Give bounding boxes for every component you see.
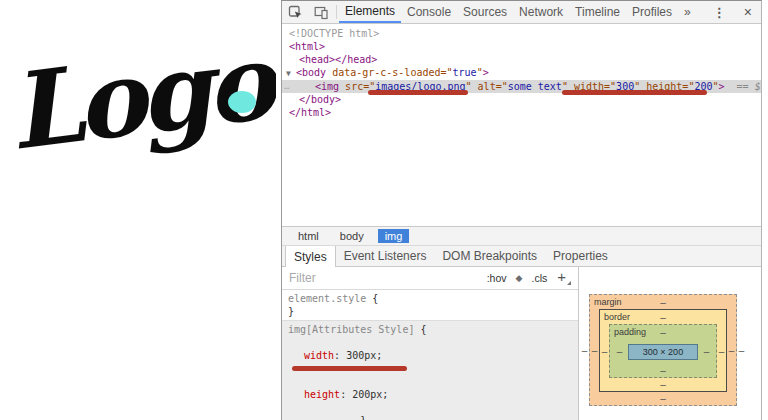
tab-console[interactable]: Console (401, 1, 457, 23)
element-classes-button[interactable]: .cls (531, 272, 547, 284)
screenshot-page: Logo Elements Console Sourc (0, 0, 768, 420)
margin-left-value[interactable]: – (590, 345, 599, 356)
filter-input[interactable] (289, 271, 478, 285)
red-underline-styles-annotation (292, 366, 407, 371)
code-line-head[interactable]: <head></head> (282, 53, 761, 66)
logo-image: Logo (8, 8, 276, 208)
margin-top-value[interactable]: – (660, 297, 666, 308)
border-label: border (600, 312, 660, 322)
gutter-ellipsis: … (284, 80, 290, 93)
kebab-menu-icon[interactable]: ⋮ (704, 1, 735, 23)
code-line-doctype[interactable]: <!DOCTYPE html> (282, 27, 761, 40)
close-icon[interactable]: × (735, 1, 761, 23)
position-right-value[interactable]: – (737, 345, 746, 356)
diamond-icon[interactable]: ◆ (516, 273, 523, 283)
css-property-width[interactable]: width: 300px; (288, 349, 574, 362)
padding-bottom-value[interactable]: – (610, 364, 716, 377)
tab-properties[interactable]: Properties (545, 246, 616, 266)
tab-styles[interactable]: Styles (285, 246, 336, 267)
devtools-toolbar: Elements Console Sources Network Timelin… (282, 1, 761, 24)
metrics-pane: – margin – – border – (579, 267, 761, 420)
elements-tree: <!DOCTYPE html> <html> <head></head> ▼<b… (282, 24, 761, 226)
padding-top-value[interactable]: – (660, 327, 666, 338)
toggle-element-state-button[interactable]: :hov (487, 272, 507, 284)
new-rule-dropdown-triangle-icon[interactable] (567, 281, 571, 285)
close-brace: } (288, 306, 294, 317)
position-left-value[interactable]: – (580, 345, 589, 356)
margin-bottom-value[interactable]: – (590, 392, 736, 405)
expand-arrow-icon[interactable]: ▼ (286, 67, 296, 80)
tab-dom-breakpoints[interactable]: DOM Breakpoints (434, 246, 545, 266)
code-line-html-open[interactable]: <html> (282, 40, 761, 53)
rule-selector[interactable]: img[Attributes Style] (288, 324, 414, 335)
box-model-content[interactable]: 300 × 200 (628, 344, 698, 360)
tab-event-listeners[interactable]: Event Listeners (336, 246, 435, 266)
breadcrumb-body[interactable]: body (333, 229, 371, 243)
padding-label: padding (610, 327, 660, 337)
sidebar-tab-bar: Styles Event Listeners DOM Breakpoints P… (282, 245, 761, 267)
toolbar-divider (336, 5, 337, 19)
devtools-window: Elements Console Sources Network Timelin… (281, 0, 762, 420)
tab-elements[interactable]: Elements (339, 1, 401, 23)
css-property-height[interactable]: height: 200px; (288, 388, 574, 401)
padding-right-value[interactable]: – (702, 346, 711, 357)
border-left-value[interactable]: – (600, 346, 609, 357)
open-brace: { (366, 293, 378, 304)
inspect-element-icon[interactable] (282, 1, 308, 23)
styles-split-pane: :hov ◆ .cls + element.style {} img[Attri… (282, 267, 761, 420)
tabs-overflow-chevron-icon[interactable]: » (678, 1, 697, 23)
close-brace: } (360, 415, 366, 420)
rule-selector[interactable]: element.style (288, 293, 366, 304)
tab-profiles[interactable]: Profiles (626, 1, 678, 23)
box-model-padding[interactable]: padding – – 300 × 200 – – (609, 324, 717, 378)
styles-sections: element.style {} img[Attributes Style] {… (282, 290, 578, 420)
border-top-value[interactable]: – (660, 312, 666, 323)
device-toolbar-icon[interactable] (308, 1, 334, 23)
new-style-rule-button[interactable]: + (557, 272, 566, 282)
box-model-margin[interactable]: margin – – border – – (589, 294, 737, 406)
logo-dot (228, 91, 256, 113)
breadcrumb: html body img (282, 226, 761, 245)
styles-filter-bar: :hov ◆ .cls + (282, 267, 578, 290)
red-underline-size-attrs-annotation (562, 90, 707, 95)
webpage-content: Logo (0, 0, 281, 420)
border-right-value[interactable]: – (717, 346, 726, 357)
margin-right-value[interactable]: – (727, 345, 736, 356)
box-model-border[interactable]: border – – padding – (599, 309, 727, 392)
style-rule-element-style[interactable]: element.style {} (282, 290, 578, 321)
red-underline-src-annotation (368, 90, 468, 95)
breadcrumb-img[interactable]: img (378, 229, 410, 243)
styles-pane: :hov ◆ .cls + element.style {} img[Attri… (282, 267, 579, 420)
padding-left-value[interactable]: – (615, 346, 624, 357)
code-line-html-close[interactable]: </html> (282, 106, 761, 119)
tab-timeline[interactable]: Timeline (569, 1, 626, 23)
open-brace: { (414, 324, 426, 335)
tab-sources[interactable]: Sources (457, 1, 513, 23)
tab-network[interactable]: Network (513, 1, 569, 23)
box-model-diagram[interactable]: – margin – – border – (580, 294, 746, 406)
border-bottom-value[interactable]: – (600, 378, 726, 391)
margin-label: margin (590, 297, 660, 307)
breadcrumb-html[interactable]: html (291, 229, 326, 243)
code-line-body-open[interactable]: ▼<body data-gr-c-s-loaded="true"> (282, 66, 761, 80)
